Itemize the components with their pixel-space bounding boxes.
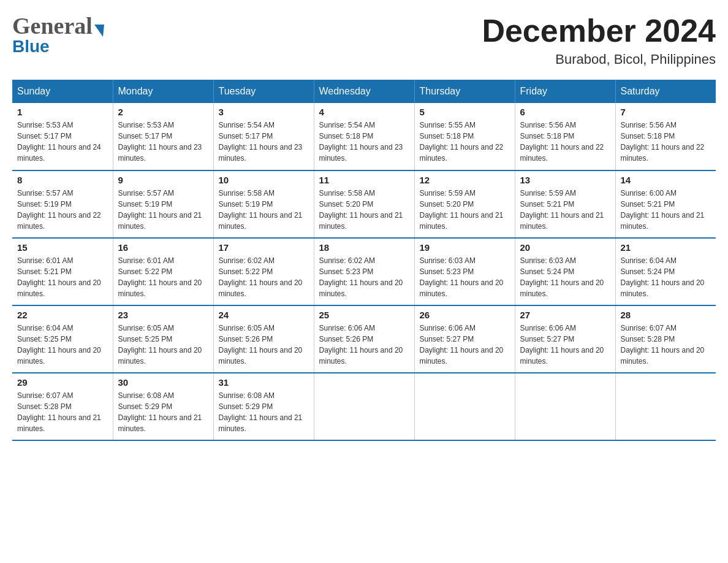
day-info: Sunrise: 5:59 AM Sunset: 5:21 PM Dayligh… (520, 188, 610, 232)
table-row: 30 Sunrise: 6:08 AM Sunset: 5:29 PM Dayl… (113, 373, 213, 440)
page-subtitle: Burabod, Bicol, Philippines (482, 52, 716, 67)
day-number: 1 (17, 107, 108, 117)
day-number: 14 (621, 175, 711, 185)
table-row: 2 Sunrise: 5:53 AM Sunset: 5:17 PM Dayli… (113, 103, 213, 170)
table-row: 20 Sunrise: 6:03 AM Sunset: 5:24 PM Dayl… (515, 238, 615, 305)
table-row: 3 Sunrise: 5:54 AM Sunset: 5:17 PM Dayli… (213, 103, 314, 170)
table-row: 24 Sunrise: 6:05 AM Sunset: 5:26 PM Dayl… (213, 305, 314, 373)
day-info: Sunrise: 6:04 AM Sunset: 5:24 PM Dayligh… (621, 255, 711, 299)
table-row: 1 Sunrise: 5:53 AM Sunset: 5:17 PM Dayli… (12, 103, 113, 170)
day-number: 30 (118, 377, 208, 388)
table-row: 19 Sunrise: 6:03 AM Sunset: 5:23 PM Dayl… (414, 238, 515, 305)
day-number: 11 (319, 175, 409, 185)
table-row: 4 Sunrise: 5:54 AM Sunset: 5:18 PM Dayli… (314, 103, 414, 170)
table-row: 12 Sunrise: 5:59 AM Sunset: 5:20 PM Dayl… (414, 170, 515, 238)
day-info: Sunrise: 5:53 AM Sunset: 5:17 PM Dayligh… (17, 120, 108, 164)
calendar-body: 1 Sunrise: 5:53 AM Sunset: 5:17 PM Dayli… (12, 103, 716, 440)
day-info: Sunrise: 5:57 AM Sunset: 5:19 PM Dayligh… (118, 188, 208, 232)
day-info: Sunrise: 5:56 AM Sunset: 5:18 PM Dayligh… (520, 120, 610, 164)
logo: General Blue (12, 12, 104, 56)
day-number: 10 (219, 175, 309, 185)
table-row: 16 Sunrise: 6:01 AM Sunset: 5:22 PM Dayl… (113, 238, 213, 305)
day-info: Sunrise: 6:06 AM Sunset: 5:27 PM Dayligh… (520, 323, 610, 367)
day-info: Sunrise: 6:03 AM Sunset: 5:23 PM Dayligh… (420, 255, 510, 299)
day-number: 29 (17, 377, 108, 388)
day-number: 28 (621, 310, 711, 320)
day-number: 16 (118, 242, 208, 253)
header-saturday: Saturday (615, 80, 716, 103)
day-number: 6 (520, 107, 610, 117)
table-row (515, 373, 615, 440)
day-info: Sunrise: 6:06 AM Sunset: 5:27 PM Dayligh… (420, 323, 510, 367)
page-header: General Blue December 2024 Burabod, Bico… (12, 12, 716, 67)
day-info: Sunrise: 6:07 AM Sunset: 5:28 PM Dayligh… (17, 390, 108, 434)
table-row: 29 Sunrise: 6:07 AM Sunset: 5:28 PM Dayl… (12, 373, 113, 440)
table-row: 18 Sunrise: 6:02 AM Sunset: 5:23 PM Dayl… (314, 238, 414, 305)
logo-general-text: General (12, 12, 93, 39)
calendar-table: Sunday Monday Tuesday Wednesday Thursday… (12, 80, 716, 441)
calendar-header: Sunday Monday Tuesday Wednesday Thursday… (12, 80, 716, 103)
table-row: 15 Sunrise: 6:01 AM Sunset: 5:21 PM Dayl… (12, 238, 113, 305)
day-number: 7 (621, 107, 711, 117)
day-number: 22 (17, 310, 108, 320)
day-number: 17 (219, 242, 309, 253)
day-number: 4 (319, 107, 409, 117)
day-info: Sunrise: 6:03 AM Sunset: 5:24 PM Dayligh… (520, 255, 610, 299)
table-row: 17 Sunrise: 6:02 AM Sunset: 5:22 PM Dayl… (213, 238, 314, 305)
header-sunday: Sunday (12, 80, 113, 103)
logo-blue-text: Blue (12, 37, 50, 56)
day-number: 5 (420, 107, 510, 117)
table-row: 7 Sunrise: 5:56 AM Sunset: 5:18 PM Dayli… (615, 103, 716, 170)
title-block: December 2024 Burabod, Bicol, Philippine… (482, 12, 716, 67)
day-info: Sunrise: 5:58 AM Sunset: 5:19 PM Dayligh… (219, 188, 309, 232)
header-monday: Monday (113, 80, 213, 103)
day-number: 20 (520, 242, 610, 253)
day-info: Sunrise: 5:58 AM Sunset: 5:20 PM Dayligh… (319, 188, 409, 232)
table-row: 14 Sunrise: 6:00 AM Sunset: 5:21 PM Dayl… (615, 170, 716, 238)
day-number: 27 (520, 310, 610, 320)
day-info: Sunrise: 6:08 AM Sunset: 5:29 PM Dayligh… (118, 390, 208, 434)
day-number: 31 (219, 377, 309, 388)
table-row: 6 Sunrise: 5:56 AM Sunset: 5:18 PM Dayli… (515, 103, 615, 170)
day-info: Sunrise: 5:57 AM Sunset: 5:19 PM Dayligh… (17, 188, 108, 232)
table-row: 11 Sunrise: 5:58 AM Sunset: 5:20 PM Dayl… (314, 170, 414, 238)
day-number: 15 (17, 242, 108, 253)
day-number: 2 (118, 107, 208, 117)
table-row: 13 Sunrise: 5:59 AM Sunset: 5:21 PM Dayl… (515, 170, 615, 238)
day-info: Sunrise: 6:02 AM Sunset: 5:22 PM Dayligh… (219, 255, 309, 299)
table-row: 21 Sunrise: 6:04 AM Sunset: 5:24 PM Dayl… (615, 238, 716, 305)
day-info: Sunrise: 6:05 AM Sunset: 5:25 PM Dayligh… (118, 323, 208, 367)
table-row: 23 Sunrise: 6:05 AM Sunset: 5:25 PM Dayl… (113, 305, 213, 373)
day-info: Sunrise: 6:01 AM Sunset: 5:22 PM Dayligh… (118, 255, 208, 299)
day-number: 21 (621, 242, 711, 253)
day-info: Sunrise: 6:06 AM Sunset: 5:26 PM Dayligh… (319, 323, 409, 367)
day-info: Sunrise: 5:54 AM Sunset: 5:17 PM Dayligh… (219, 120, 309, 164)
day-info: Sunrise: 6:02 AM Sunset: 5:23 PM Dayligh… (319, 255, 409, 299)
header-friday: Friday (515, 80, 615, 103)
table-row: 10 Sunrise: 5:58 AM Sunset: 5:19 PM Dayl… (213, 170, 314, 238)
table-row (414, 373, 515, 440)
day-info: Sunrise: 6:00 AM Sunset: 5:21 PM Dayligh… (621, 188, 711, 232)
day-number: 13 (520, 175, 610, 185)
day-info: Sunrise: 5:56 AM Sunset: 5:18 PM Dayligh… (621, 120, 711, 164)
day-number: 26 (420, 310, 510, 320)
logo-image: General (12, 12, 104, 39)
day-number: 24 (219, 310, 309, 320)
table-row: 22 Sunrise: 6:04 AM Sunset: 5:25 PM Dayl… (12, 305, 113, 373)
day-info: Sunrise: 5:54 AM Sunset: 5:18 PM Dayligh… (319, 120, 409, 164)
day-number: 18 (319, 242, 409, 253)
table-row: 25 Sunrise: 6:06 AM Sunset: 5:26 PM Dayl… (314, 305, 414, 373)
table-row: 31 Sunrise: 6:08 AM Sunset: 5:29 PM Dayl… (213, 373, 314, 440)
day-number: 9 (118, 175, 208, 185)
day-info: Sunrise: 5:53 AM Sunset: 5:17 PM Dayligh… (118, 120, 208, 164)
day-info: Sunrise: 5:55 AM Sunset: 5:18 PM Dayligh… (420, 120, 510, 164)
day-number: 25 (319, 310, 409, 320)
table-row: 27 Sunrise: 6:06 AM Sunset: 5:27 PM Dayl… (515, 305, 615, 373)
table-row: 28 Sunrise: 6:07 AM Sunset: 5:28 PM Dayl… (615, 305, 716, 373)
header-thursday: Thursday (414, 80, 515, 103)
table-row: 8 Sunrise: 5:57 AM Sunset: 5:19 PM Dayli… (12, 170, 113, 238)
day-number: 3 (219, 107, 309, 117)
table-row: 5 Sunrise: 5:55 AM Sunset: 5:18 PM Dayli… (414, 103, 515, 170)
table-row (314, 373, 414, 440)
table-row: 9 Sunrise: 5:57 AM Sunset: 5:19 PM Dayli… (113, 170, 213, 238)
